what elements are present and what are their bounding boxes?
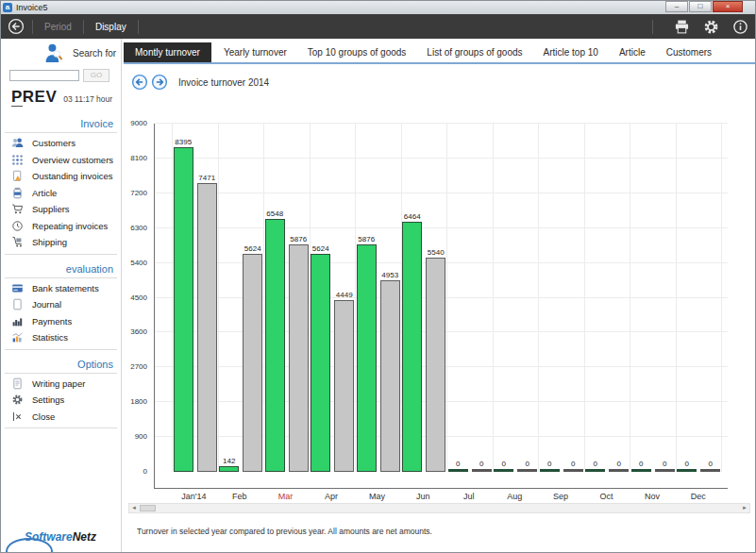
- bar-value-label: 6548: [266, 209, 283, 218]
- search-person-icon: [43, 42, 64, 64]
- date-time-text: 03 11:17 hour: [63, 94, 112, 104]
- bar-value-label: 0: [571, 460, 575, 468]
- bar-value-label: 0: [479, 460, 483, 468]
- bar-slot: 0: [448, 460, 468, 472]
- bar-slot: 0: [494, 460, 513, 472]
- x-tick-jun: Jun: [400, 492, 446, 501]
- bar-slot: 0: [563, 460, 583, 472]
- sidebar-item-label: Overview customers: [32, 155, 113, 165]
- tab-montly-turnover[interactable]: Montly turnover: [124, 42, 211, 62]
- sidebar-item-statistics[interactable]: Statistics: [0, 329, 121, 346]
- sidebar-item-customers[interactable]: Customers: [0, 135, 121, 152]
- horizontal-scrollbar[interactable]: ◄ ►: [128, 503, 750, 513]
- sidebar-item-payments[interactable]: Payments: [0, 313, 121, 330]
- sidebar-item-oustanding-invoices[interactable]: Oustanding invoices: [0, 168, 121, 185]
- month-column-apr: 56244449: [310, 124, 356, 472]
- bar-slot: 5540: [426, 248, 445, 472]
- sidebar-item-settings[interactable]: Settings: [0, 392, 121, 409]
- month-column-jul: 00: [446, 124, 493, 472]
- article-icon: [11, 187, 24, 199]
- month-column-may: 58764953: [355, 124, 401, 472]
- section-header-evaluation: evaluation: [0, 263, 121, 275]
- sidebar-item-article[interactable]: Article: [0, 185, 121, 202]
- bar: [243, 254, 262, 472]
- writing-paper-icon: [11, 377, 24, 390]
- sidebar-item-label: Statistics: [32, 332, 68, 343]
- month-column-sep: 00: [538, 124, 584, 472]
- settings-icon: [11, 394, 24, 406]
- bar-value-label: 5624: [312, 244, 329, 253]
- sidebar-item-label: Suppliers: [32, 204, 70, 214]
- search-input[interactable]: [9, 70, 79, 81]
- sidebar-item-repeating-invoices[interactable]: Repeating invoices: [0, 218, 121, 235]
- bar-slot: 5876: [289, 235, 309, 472]
- section-header-invoice: Invoice: [0, 118, 121, 129]
- sidebar-item-label: Bank statements: [32, 283, 99, 293]
- info-icon[interactable]: [732, 19, 748, 35]
- bar-slot: 7471: [197, 174, 217, 472]
- bar-value-label: 4953: [381, 271, 398, 279]
- sidebar-item-label: Payments: [32, 316, 72, 327]
- maximize-button[interactable]: □: [689, 1, 712, 12]
- x-tick-mar: Mar: [262, 492, 309, 501]
- toolbar: Period Display: [0, 14, 756, 39]
- scrollbar-thumb[interactable]: [140, 505, 156, 511]
- sidebar-item-label: Repeating invoices: [32, 221, 108, 231]
- tab-article[interactable]: Article: [611, 42, 654, 62]
- minimize-button[interactable]: –: [665, 1, 688, 12]
- x-tick-aug: Aug: [492, 492, 538, 501]
- bar-value-label: 5876: [290, 235, 307, 243]
- tab-yearly-turnover[interactable]: Yearly turnover: [215, 42, 295, 62]
- bar-slot: 0: [585, 460, 605, 472]
- search-label: Search for: [73, 48, 116, 59]
- month-column-aug: 00: [493, 124, 539, 472]
- bar: [426, 258, 445, 472]
- bar-slot: 0: [517, 460, 537, 472]
- chart-title: Invoice turnover 2014: [178, 77, 269, 88]
- sidebar: Search for GO PREV 03 11:17 hour Invoice…: [0, 39, 122, 553]
- sidebar-item-close[interactable]: Close: [0, 409, 121, 426]
- bar-value-label: 0: [685, 460, 689, 468]
- sidebar-item-bank-statements[interactable]: Bank statements: [0, 280, 121, 297]
- overview-customers-icon: [11, 154, 24, 166]
- close-window-button[interactable]: ×: [713, 1, 743, 12]
- go-button[interactable]: GO: [83, 69, 109, 82]
- toolbar-separator: [83, 20, 84, 34]
- sidebar-item-label: Journal: [32, 299, 61, 310]
- bar-value-label: 142: [223, 457, 235, 465]
- back-icon[interactable]: [8, 18, 25, 35]
- section-divider: [5, 254, 117, 255]
- sidebar-sections: InvoiceCustomersOverview customersOustan…: [0, 118, 121, 428]
- payments-icon: [11, 315, 24, 327]
- print-icon[interactable]: [674, 19, 690, 35]
- sidebar-item-writing-paper[interactable]: Writing paper: [0, 376, 121, 393]
- bar: [563, 469, 583, 472]
- y-tick-label: 5400: [123, 259, 147, 267]
- x-tick-may: May: [354, 492, 400, 501]
- bar-slot: 0: [472, 460, 492, 472]
- section-divider: [5, 277, 117, 278]
- bar: [311, 254, 330, 472]
- y-tick-label: 0: [123, 467, 147, 476]
- next-year-icon[interactable]: [151, 74, 168, 91]
- sidebar-item-label: Oustanding invoices: [32, 171, 113, 181]
- sidebar-item-overview-customers[interactable]: Overview customers: [0, 152, 121, 169]
- display-button[interactable]: Display: [92, 22, 130, 32]
- prev-label[interactable]: PREV: [11, 88, 57, 107]
- y-axis: 0900180027003600450054006300720081009000: [123, 124, 150, 488]
- settings-gear-icon[interactable]: [703, 19, 719, 35]
- sidebar-item-shipping[interactable]: Shipping: [0, 234, 121, 251]
- tab-top-10-groups-of-goods[interactable]: Top 10 groups of goods: [299, 42, 415, 62]
- bar: [517, 469, 537, 472]
- period-button[interactable]: Period: [41, 22, 76, 32]
- sidebar-item-label: Close: [32, 411, 55, 422]
- tab-article-top-10[interactable]: Article top 10: [535, 42, 607, 62]
- tab-list-of-groups-of-goods[interactable]: List of groups of goods: [418, 42, 530, 62]
- sidebar-item-suppliers[interactable]: Suppliers: [0, 201, 121, 218]
- sidebar-item-journal[interactable]: Journal: [0, 296, 121, 313]
- tab-customers[interactable]: Customers: [658, 42, 720, 62]
- scroll-right-icon[interactable]: ►: [741, 505, 748, 511]
- bar-slot: 0: [677, 460, 697, 472]
- previous-year-icon[interactable]: [131, 74, 148, 91]
- scroll-left-icon[interactable]: ◄: [130, 505, 138, 511]
